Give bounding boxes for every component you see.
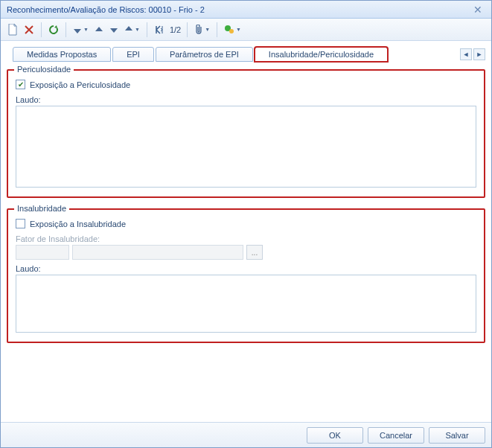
last-record-icon[interactable]: ▼ bbox=[122, 22, 142, 38]
fator-insalubridade-inputs: ... bbox=[16, 245, 476, 260]
expo-insalubridade-row: Exposição a Insalubridade bbox=[16, 219, 476, 228]
new-record-icon[interactable] bbox=[5, 22, 20, 38]
save-button[interactable]: Salvar bbox=[429, 427, 485, 444]
tab-medidas-propostas[interactable]: Medidas Propostas bbox=[13, 47, 111, 62]
toolbar-separator bbox=[187, 22, 188, 37]
fator-lookup-button[interactable]: ... bbox=[246, 245, 263, 260]
first-record-icon[interactable]: ▼ bbox=[71, 22, 91, 38]
toolbar-separator bbox=[41, 22, 42, 37]
expo-periculosidade-label: Exposição a Periculosidade bbox=[30, 80, 130, 89]
fator-desc-input[interactable] bbox=[72, 245, 243, 260]
tab-epi[interactable]: EPI bbox=[112, 47, 154, 62]
prev-record-icon[interactable] bbox=[92, 22, 106, 38]
expo-periculosidade-checkbox[interactable]: ✔ bbox=[16, 80, 25, 89]
fator-insalubridade-label: Fator de Insalubridade: bbox=[16, 234, 476, 243]
dropdown-arrow-icon: ▼ bbox=[236, 27, 241, 32]
attachment-icon[interactable]: ▼ bbox=[192, 22, 212, 38]
expo-insalubridade-label: Exposição a Insalubridade bbox=[30, 220, 126, 228]
toolbar-separator bbox=[66, 22, 66, 37]
ok-button[interactable]: OK bbox=[307, 427, 363, 444]
tab-nav: ◄ ► bbox=[460, 48, 485, 62]
action-icon[interactable]: ▼ bbox=[222, 22, 243, 38]
svg-point-1 bbox=[229, 29, 234, 33]
expo-periculosidade-row: ✔ Exposição a Periculosidade bbox=[16, 80, 476, 89]
tab-insalubridade-periculosidade[interactable]: Insalubridade/Periculosidade bbox=[255, 47, 388, 62]
dropdown-arrow-icon: ▼ bbox=[83, 27, 89, 32]
dialog-window: Reconhecimento/Avaliação de Riscos: 0001… bbox=[0, 0, 492, 448]
toolbar-separator bbox=[147, 22, 147, 37]
expo-insalubridade-checkbox[interactable] bbox=[16, 219, 25, 228]
toolbar: ▼ ▼ 1/2 ▼ ▼ bbox=[1, 19, 491, 41]
fator-code-input[interactable] bbox=[16, 245, 69, 260]
insalubridade-legend: Insalubridade bbox=[14, 204, 69, 213]
periculosidade-laudo-input[interactable] bbox=[16, 106, 476, 188]
insalubridade-group: Insalubridade Exposição a Insalubridade … bbox=[7, 208, 485, 343]
find-icon[interactable] bbox=[152, 22, 167, 38]
record-pager: 1/2 bbox=[168, 25, 182, 34]
toolbar-separator bbox=[217, 22, 217, 37]
close-icon[interactable]: ✕ bbox=[470, 1, 485, 19]
dropdown-arrow-icon: ▼ bbox=[135, 27, 140, 32]
titlebar: Reconhecimento/Avaliação de Riscos: 0001… bbox=[1, 1, 491, 19]
window-title: Reconhecimento/Avaliação de Riscos: 0001… bbox=[7, 1, 205, 19]
tab-scroll-left-icon[interactable]: ◄ bbox=[460, 48, 472, 60]
next-record-icon[interactable] bbox=[107, 22, 121, 38]
refresh-icon[interactable] bbox=[46, 22, 61, 38]
cancel-button[interactable]: Cancelar bbox=[368, 427, 424, 444]
periculosidade-laudo-label: Laudo: bbox=[16, 95, 476, 104]
dialog-footer: OK Cancelar Salvar bbox=[1, 422, 491, 447]
tab-parametros-epi[interactable]: Parâmetros de EPI bbox=[156, 47, 253, 62]
tab-strip: Medidas Propostas EPI Parâmetros de EPI … bbox=[1, 41, 491, 62]
dropdown-arrow-icon: ▼ bbox=[205, 27, 210, 32]
periculosidade-legend: Periculosidade bbox=[14, 65, 74, 74]
tab-content: Periculosidade ✔ Exposição a Periculosid… bbox=[1, 62, 491, 422]
insalubridade-laudo-label: Laudo: bbox=[16, 264, 476, 273]
insalubridade-laudo-input[interactable] bbox=[16, 275, 476, 333]
periculosidade-group: Periculosidade ✔ Exposição a Periculosid… bbox=[7, 69, 485, 198]
tab-scroll-right-icon[interactable]: ► bbox=[473, 48, 485, 60]
delete-icon[interactable] bbox=[22, 22, 36, 38]
